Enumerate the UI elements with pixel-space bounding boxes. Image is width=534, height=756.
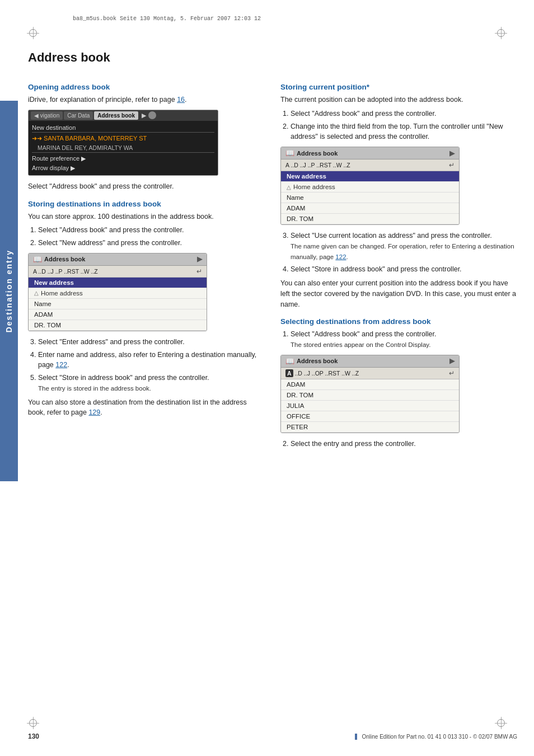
ref-129[interactable]: 129 — [88, 408, 100, 416]
storing-current-steps-cont: Select "Use current location as address"… — [291, 231, 517, 275]
alphabet-text-3: A ..D ..J ..OP ..RST ..W ..Z — [285, 370, 359, 377]
storing-step-3: Select "Enter address" and press the con… — [38, 337, 265, 348]
crosshair-top-right — [495, 27, 507, 39]
addr-row-home-1: Home address — [29, 288, 207, 299]
storing-current-steps: Select "Address book" and press the cont… — [291, 109, 517, 142]
addr-screen-3: 📖 Address book ▶ A ..D ..J ..OP ..RST ..… — [280, 355, 460, 433]
storing-current-step-2: Change into the third field from the top… — [291, 121, 517, 143]
addr-row-adam-1: ADAM — [29, 309, 207, 320]
storing-step-2: Select "New address" and press the contr… — [38, 238, 265, 248]
nav-arrow: ▶ — [142, 112, 146, 119]
enter-icon-2: ↵ — [449, 161, 455, 169]
page-title: Address book — [28, 50, 517, 65]
page-number: 130 — [28, 732, 39, 740]
opening-section: Opening address book iDrive, for explana… — [28, 83, 265, 192]
edition-text: Online Edition for Part no. 01 41 0 013 … — [355, 734, 517, 740]
addr-screen-3-nav: ▶ — [449, 357, 455, 365]
addr-screen-2: 📖 Address book ▶ A ..D ..J ..P ..RST ..W… — [280, 147, 460, 225]
addr-screen-3-alphabet: A ..D ..J ..OP ..RST ..W ..Z ↵ — [281, 368, 459, 379]
crosshair-bottom-left — [27, 717, 39, 729]
crosshair-bottom-right — [495, 717, 507, 729]
right-column: Storing current position* The current po… — [280, 75, 517, 453]
book-icon-2: 📖 — [285, 149, 294, 157]
storing-current-section: Storing current position* The current po… — [280, 83, 517, 309]
storing-current-step-1: Select "Address book" and press the cont… — [291, 109, 517, 119]
nav-row-santa: ➜➜ SANTA BARBARA, MONTERREY ST — [32, 134, 214, 143]
two-column-layout: Opening address book iDrive, for explana… — [28, 75, 517, 453]
alphabet-text-1: A ..D ..J ..P ..RST ..W ..Z — [33, 268, 98, 275]
storing-current-heading: Storing current position* — [280, 83, 517, 91]
alphabet-text-2: A ..D ..J ..P ..RST ..W ..Z — [285, 162, 350, 168]
addr-row-julia-3: JULIA — [281, 401, 459, 411]
addr-row-drtom-3: DR. TOM — [281, 390, 459, 401]
addr-row-adam-2: ADAM — [281, 203, 459, 214]
addr-screen-1-alphabet: A ..D ..J ..P ..RST ..W ..Z ↵ — [29, 266, 207, 278]
enter-icon-1: ↵ — [196, 267, 202, 275]
addr-row-drtom-2: DR. TOM — [281, 214, 459, 224]
nav-body: New destination ➜➜ SANTA BARBARA, MONTER… — [29, 121, 218, 175]
storing-steps-cont: Select "Enter address" and press the con… — [38, 337, 265, 394]
selecting-steps: Select "Address book" and press the cont… — [291, 329, 517, 350]
addr-screen-1-header: 📖 Address book ▶ — [29, 253, 207, 266]
nav-tab-addressbook: Address book — [94, 111, 138, 120]
addr-icon-2: 📖 Address book — [285, 149, 338, 157]
selecting-heading: Selecting destinations from address book — [280, 317, 517, 326]
storing-step-5: Select "Store in address book" and press… — [38, 373, 265, 394]
nav-row-route: Route preference ▶ — [32, 154, 214, 163]
addr-screen-2-nav: ▶ — [449, 149, 455, 157]
addr-row-peter-3: PETER — [281, 422, 459, 433]
book-icon-1: 📖 — [33, 255, 42, 264]
storing-current-note: You can also enter your current position… — [280, 278, 517, 309]
storing-note: You can also store a destination from th… — [28, 397, 265, 419]
storing-section: Storing destinations in address book You… — [28, 200, 265, 419]
selecting-step-2: Select the entry and press the controlle… — [291, 439, 517, 449]
addr-screen-1: 📖 Address book ▶ A ..D ..J ..P ..RST ..W… — [28, 253, 207, 331]
book-icon-3: 📖 — [285, 357, 294, 365]
storing-current-step-3: Select "Use current location as address"… — [291, 231, 517, 262]
storing-heading: Storing destinations in address book — [28, 200, 265, 208]
selecting-steps-cont: Select the entry and press the controlle… — [291, 439, 517, 449]
storing-step-4: Enter name and address, also refer to En… — [38, 350, 265, 371]
addr-screen-3-header: 📖 Address book ▶ — [281, 355, 459, 368]
addr-row-new-address-1: New address — [29, 278, 207, 288]
addr-icon-3: 📖 Address book — [285, 357, 338, 365]
addr-row-adam-3: ADAM — [281, 379, 459, 390]
alpha-a: A — [285, 369, 293, 377]
addr-row-office-3: OFFICE — [281, 411, 459, 422]
storing-current-step-4: Select "Store in address book" and press… — [291, 264, 517, 275]
addr-row-home-2: Home address — [281, 182, 459, 192]
main-content: Address book Opening address book iDrive… — [28, 0, 517, 453]
addr-row-new-address-2: New address — [281, 171, 459, 182]
addr-screen-3-title: Address book — [297, 358, 338, 364]
storing-current-step-3-note: The name given can be changed. For opera… — [291, 243, 514, 260]
ref-16[interactable]: 16 — [177, 96, 185, 104]
page-container: ba8_m5us.book Seite 130 Montag, 5. Febru… — [0, 0, 534, 756]
ref-122-current[interactable]: 122 — [335, 253, 346, 260]
storing-current-body: The current position can be adopted into… — [280, 95, 517, 105]
nav-tab-vigation: ◀ vigation — [31, 111, 63, 120]
addr-screen-1-title: Address book — [44, 256, 85, 262]
storing-step-5-note: The entry is stored in the address book. — [38, 385, 151, 392]
opening-instruction: Select "Address book" and press the cont… — [28, 181, 265, 192]
addr-screen-2-title: Address book — [297, 150, 338, 157]
addr-screen-1-nav: ▶ — [197, 255, 202, 263]
opening-heading: Opening address book — [28, 83, 265, 91]
nav-row-new-dest: New destination — [32, 123, 214, 133]
selecting-section: Selecting destinations from address book… — [280, 317, 517, 449]
nav-row-marina: MARINA DEL REY, ADMIRALTY WA — [32, 143, 214, 153]
ref-122-storing[interactable]: 122 — [55, 361, 67, 369]
enter-icon-3: ↵ — [449, 369, 455, 377]
nav-screenshot: ◀ vigation Car Data Address book ▶ New d… — [28, 110, 218, 176]
file-metadata: ba8_m5us.book Seite 130 Montag, 5. Febru… — [73, 16, 261, 22]
storing-body: You can store approx. 100 destinations i… — [28, 212, 265, 222]
addr-row-drtom-1: DR. TOM — [29, 320, 207, 331]
sidebar-tab: Destination entry — [0, 101, 18, 481]
nav-tab-bar: ◀ vigation Car Data Address book ▶ — [29, 110, 218, 121]
storing-steps: Select "Address book" and press the cont… — [38, 225, 265, 248]
nav-icon — [148, 111, 156, 119]
addr-screen-2-header: 📖 Address book ▶ — [281, 147, 459, 159]
selecting-step-1-note: The stored entries appear on the Control… — [291, 341, 430, 348]
bottom-bar: 130 Online Edition for Part no. 01 41 0 … — [28, 732, 517, 740]
storing-step-1: Select "Address book" and press the cont… — [38, 225, 265, 236]
left-column: Opening address book iDrive, for explana… — [28, 75, 265, 453]
